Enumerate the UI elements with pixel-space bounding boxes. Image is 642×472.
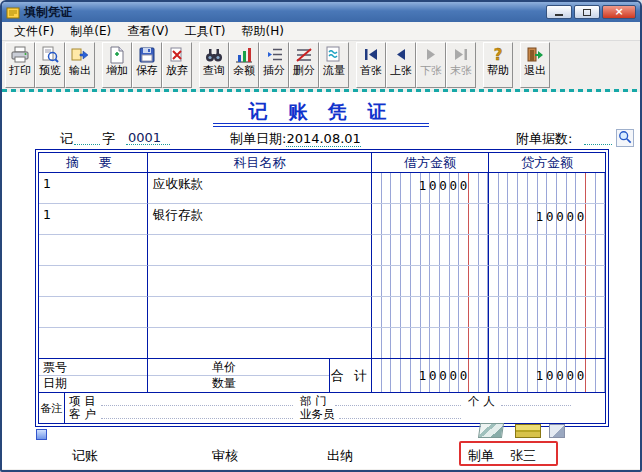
row2-credit-value: 10000	[536, 209, 587, 224]
export-label: 输出	[69, 65, 91, 77]
exit-label: 退出	[524, 65, 546, 77]
total-credit-cell: 10000	[488, 359, 605, 393]
row6-credit-cell[interactable]	[488, 328, 605, 359]
row1-account-cell[interactable]: 应收账款	[147, 173, 371, 204]
footer-split-line-2	[148, 375, 329, 376]
add-button[interactable]: 增加	[102, 42, 132, 88]
query-button[interactable]: 查询	[199, 42, 229, 88]
voucher-number[interactable]: 0001	[128, 130, 161, 145]
row4-summary-cell[interactable]	[39, 266, 147, 297]
discard-icon	[167, 46, 187, 64]
toolbar-group-query: 查询 余额 插分 删分 流量	[199, 42, 349, 88]
date-value[interactable]: 2014.08.01	[286, 131, 360, 147]
maximize-button[interactable]	[574, 5, 600, 19]
save-button[interactable]: 保存	[132, 42, 162, 88]
header-credit: 贷方金额	[488, 153, 605, 173]
exit-icon	[525, 46, 545, 64]
toolbar-group-nav: 首张 上张 下张 末张	[356, 42, 476, 88]
print-button[interactable]: 打印	[5, 42, 35, 88]
add-label: 增加	[106, 65, 128, 77]
bill-no-label: 票号	[39, 359, 147, 375]
voucher-date: 制单日期:2014.08.01	[230, 130, 361, 148]
row5-debit-cell[interactable]	[371, 297, 488, 328]
attachment-underline	[584, 144, 612, 145]
row5-summary-cell[interactable]	[39, 297, 147, 328]
prev-page-icon	[391, 46, 411, 64]
menu-help[interactable]: 帮助(H)	[234, 21, 292, 42]
cashflow-button[interactable]: 流量	[319, 42, 349, 88]
close-button[interactable]: ×	[602, 5, 636, 19]
total-credit-value: 10000	[536, 368, 587, 383]
scroll-indicator-button[interactable]	[36, 429, 47, 440]
row4-credit-cell[interactable]	[488, 266, 605, 297]
menu-file[interactable]: 文件(F)	[6, 21, 62, 42]
next-page-button[interactable]: 下张	[416, 42, 446, 88]
seal-stamp-icon-2[interactable]	[515, 424, 541, 438]
row4-debit-cell[interactable]	[371, 266, 488, 297]
row2-debit-cell[interactable]	[371, 204, 488, 235]
title-underline-1	[213, 123, 429, 124]
row1-debit-cell[interactable]: 10000	[371, 173, 488, 204]
bill-date-label: 日期	[39, 375, 147, 391]
titlebar: 填制凭证 ×	[2, 2, 640, 22]
prev-page-button[interactable]: 上张	[386, 42, 416, 88]
export-button[interactable]: 输出	[65, 42, 95, 88]
last-page-button[interactable]: 末张	[446, 42, 476, 88]
row6-debit-cell[interactable]	[371, 328, 488, 359]
row1-summary-cell[interactable]: 1	[39, 173, 147, 204]
row6-summary-cell[interactable]	[39, 328, 147, 359]
exit-button[interactable]: 退出	[520, 42, 550, 88]
seal-stamp-icon-3[interactable]	[549, 424, 565, 438]
row5-credit-cell[interactable]	[488, 297, 605, 328]
row1-credit-cell[interactable]	[488, 173, 605, 204]
magnifier-icon	[618, 130, 632, 147]
discard-button[interactable]: 放弃	[162, 42, 192, 88]
row1-debit-value: 10000	[419, 178, 470, 193]
cashflow-label: 流量	[323, 65, 345, 77]
header-account: 科目名称	[147, 153, 371, 173]
balance-button[interactable]: 余额	[229, 42, 259, 88]
voucher-word-label: 记	[60, 130, 73, 148]
title-underline-2	[213, 126, 429, 127]
header-summary: 摘 要	[39, 153, 147, 173]
search-icon	[204, 46, 224, 64]
menu-view[interactable]: 查看(V)	[119, 21, 177, 42]
menu-voucher[interactable]: 制单(E)	[62, 21, 119, 42]
footer-billno-date-cell: 票号 日期	[39, 359, 147, 393]
cashier-label: 出纳	[327, 447, 353, 465]
close-icon: ×	[614, 7, 623, 17]
preview-button[interactable]: 预览	[35, 42, 65, 88]
row3-summary-cell[interactable]	[39, 235, 147, 266]
audit-label: 审核	[212, 447, 238, 465]
menu-tools[interactable]: 工具(T)	[177, 21, 234, 42]
seal-stamp-icon-1[interactable]	[478, 423, 504, 438]
row6-account-cell[interactable]	[147, 328, 371, 359]
help-button[interactable]: ? 帮助	[483, 42, 513, 88]
prepared-by-label: 制单	[468, 447, 494, 465]
save-label: 保存	[136, 65, 158, 77]
row2-credit-cell[interactable]: 10000	[488, 204, 605, 235]
row2-summary-cell[interactable]: 1	[39, 204, 147, 235]
row2-account-cell[interactable]: 银行存款	[147, 204, 371, 235]
row3-account-cell[interactable]	[147, 235, 371, 266]
row3-debit-cell[interactable]	[371, 235, 488, 266]
attachment-search-button[interactable]	[616, 129, 634, 147]
project-leader-line	[101, 405, 293, 406]
row4-account-cell[interactable]	[147, 266, 371, 297]
insert-row-icon	[264, 46, 284, 64]
add-icon	[107, 46, 127, 64]
first-page-button[interactable]: 首张	[356, 42, 386, 88]
voucher-area: 记 账 凭 证 记 字 0001 制单日期:2014.08.01 附单据数: 摘…	[2, 92, 640, 469]
minimize-button[interactable]	[546, 5, 572, 19]
preview-icon	[40, 46, 60, 64]
balance-chart-icon	[234, 46, 254, 64]
person-label: 个 人	[468, 394, 495, 409]
balance-label: 余额	[233, 65, 255, 77]
row5-account-cell[interactable]	[147, 297, 371, 328]
insert-row-button[interactable]: 插分	[259, 42, 289, 88]
toolbar-group-print: 打印 预览 输出	[5, 42, 95, 88]
maximize-icon	[583, 9, 591, 16]
row3-credit-cell[interactable]	[488, 235, 605, 266]
delete-row-button[interactable]: 删分	[289, 42, 319, 88]
number-underline	[126, 144, 170, 145]
